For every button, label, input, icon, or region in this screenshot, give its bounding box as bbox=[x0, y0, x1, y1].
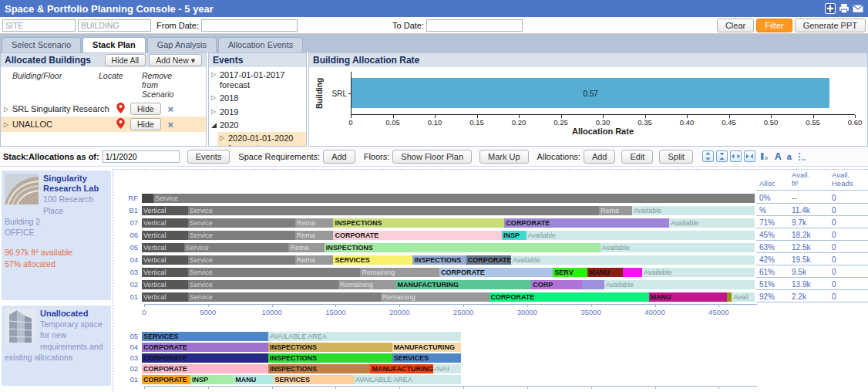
allocation-segment-vertical[interactable]: Vertical bbox=[142, 206, 188, 215]
event-item-2019[interactable]: ▷2019 bbox=[209, 106, 306, 119]
allocation-segment-inspections[interactable]: INSPECTIONS bbox=[412, 255, 466, 265]
expand-vertical-icon[interactable] bbox=[702, 150, 714, 162]
tab-stack-plan[interactable]: Stack Plan bbox=[82, 37, 146, 52]
generate-ppt-button[interactable]: Generate PPT bbox=[795, 19, 866, 32]
allocation-segment-rema[interactable]: Rema bbox=[288, 243, 324, 252]
remove-icon[interactable]: × bbox=[168, 103, 174, 115]
clear-button[interactable]: Clear bbox=[717, 19, 754, 32]
allocation-segment-service[interactable]: Service bbox=[188, 218, 295, 228]
add-new-button[interactable]: Add New ▾ bbox=[149, 54, 202, 66]
allocation-segment-rema[interactable]: Rema bbox=[599, 206, 632, 215]
allocation-segment-avai[interactable]: AVAI bbox=[433, 364, 461, 373]
allocations-split-button[interactable]: Split bbox=[659, 150, 692, 164]
hide-button[interactable]: Hide bbox=[130, 103, 161, 115]
building-name[interactable]: UNALLOC bbox=[12, 120, 110, 129]
event-item-2018[interactable]: ▷2018 bbox=[209, 92, 306, 105]
allocation-segment-manu[interactable]: MANU bbox=[587, 268, 623, 277]
allocation-segment[interactable] bbox=[582, 280, 604, 289]
allocation-segment-corporate[interactable]: CORPORATE bbox=[142, 375, 190, 384]
allocation-segment-rema[interactable]: Rema bbox=[295, 231, 334, 240]
allocation-segment[interactable] bbox=[623, 268, 642, 277]
add-window-icon[interactable] bbox=[825, 3, 836, 14]
locate-pin-icon[interactable] bbox=[110, 118, 130, 130]
allocation-segment-manufacturing[interactable]: MANUFACTURING bbox=[370, 364, 432, 373]
allocation-segment-available[interactable]: Available bbox=[601, 243, 755, 252]
filter-button[interactable]: Filter bbox=[756, 19, 792, 32]
allocation-segment-available[interactable]: Available bbox=[669, 218, 755, 228]
allocation-segment-rema[interactable]: Rema bbox=[295, 255, 334, 265]
allocation-segment-inspections[interactable]: INSPECTIONS bbox=[268, 353, 392, 363]
allocation-segment-vertical[interactable]: Vertical bbox=[142, 292, 188, 302]
allocation-segment-corporate[interactable]: CORPORATE bbox=[466, 255, 511, 265]
allocation-segment-vertical[interactable]: Vertical bbox=[142, 280, 188, 289]
expand-icon[interactable]: ▷ bbox=[211, 93, 220, 103]
font-increase-icon[interactable]: A bbox=[773, 150, 783, 162]
print-icon[interactable] bbox=[839, 3, 849, 14]
event-item-2017-01-01-2017-forecast[interactable]: ▷2017-01-01-2017 forecast bbox=[209, 69, 306, 92]
to-date-input[interactable] bbox=[426, 19, 523, 32]
collapse-vertical-icon[interactable] bbox=[716, 150, 728, 162]
allocation-segment-remaining[interactable]: Remaining bbox=[381, 292, 490, 302]
building-card-unallocated[interactable]: Unallocated Temporary space for new requ… bbox=[2, 306, 111, 386]
allocation-rate-bar[interactable]: 0.57 bbox=[352, 78, 829, 108]
building-name[interactable]: SRL Singularity Research Lab bbox=[12, 104, 110, 113]
tab-select-scenario[interactable]: Select Scenario bbox=[2, 37, 81, 52]
allocation-segment-available[interactable]: Available bbox=[632, 206, 755, 215]
stack-style-icon[interactable] bbox=[758, 150, 771, 162]
building-input[interactable] bbox=[78, 19, 151, 32]
allocations-edit-button[interactable]: Edit bbox=[621, 150, 653, 164]
allocation-segment-corporate[interactable]: CORPORATE bbox=[439, 268, 553, 277]
allocation-segment-vertical[interactable]: Vertical bbox=[142, 268, 188, 277]
allocation-segment-available-area[interactable]: AVAILABLE AREA bbox=[354, 375, 461, 384]
allocation-segment-manufacturing[interactable]: MANUFACTURING bbox=[396, 280, 532, 289]
tab-gap-analysis[interactable]: Gap Analysis bbox=[147, 37, 217, 52]
allocation-segment-service[interactable]: Service bbox=[188, 280, 338, 289]
allocation-segment-inspections[interactable]: INSPECTIONS bbox=[268, 364, 370, 373]
allocation-segment-available[interactable]: Available bbox=[642, 268, 755, 277]
event-item-2020-01-01-2020-forecast[interactable]: ▷2020-01-01-2020 forecast bbox=[217, 132, 306, 147]
allocation-segment-insp[interactable]: INSP bbox=[190, 375, 234, 384]
allocation-segment[interactable] bbox=[142, 194, 153, 203]
allocation-segment-corporate[interactable]: CORPORATE bbox=[142, 343, 268, 352]
allocation-segment-corporate[interactable]: CORPORATE bbox=[504, 218, 669, 228]
allocation-segment-inspections[interactable]: INSPECTIONS bbox=[325, 243, 601, 252]
tab-allocation-events[interactable]: Allocation Events bbox=[218, 37, 303, 52]
expand-icon[interactable]: ▷ bbox=[4, 106, 12, 113]
space-requirements-add-button[interactable]: Add bbox=[323, 150, 355, 164]
allocation-segment-rema[interactable]: Rema bbox=[295, 218, 334, 228]
allocations-add-button[interactable]: Add bbox=[584, 150, 616, 164]
allocation-segment-services[interactable]: SERVICES bbox=[274, 375, 354, 384]
allocation-segment-manu[interactable]: MANU bbox=[234, 375, 273, 384]
allocation-segment-vertical[interactable]: Vertical bbox=[142, 231, 188, 240]
mail-icon[interactable] bbox=[853, 3, 863, 14]
show-floor-plan-button[interactable]: Show Floor Plan bbox=[392, 150, 472, 164]
allocation-segment-serv[interactable]: SERV bbox=[553, 268, 587, 277]
allocation-segment-available[interactable]: Available bbox=[604, 280, 755, 289]
allocation-segment-corporate[interactable]: CORPORATE bbox=[142, 353, 268, 363]
allocation-segment-inspections[interactable]: INSPECTIONS bbox=[268, 343, 392, 352]
allocation-segment-service[interactable]: Service bbox=[188, 268, 361, 277]
expand-icon[interactable]: ▷ bbox=[4, 121, 12, 128]
allocation-segment-service[interactable]: Service bbox=[188, 231, 295, 240]
mark-up-button[interactable]: Mark Up bbox=[479, 150, 529, 164]
allocation-segment-vertical[interactable]: Vertical bbox=[142, 243, 184, 252]
building-card-srl[interactable]: Singularity Research Lab 100 Research Pl… bbox=[2, 171, 111, 300]
allocation-segment-manufacturing[interactable]: MANUFACTURING bbox=[392, 343, 461, 352]
site-input[interactable] bbox=[2, 19, 76, 32]
allocation-segment-corporate[interactable]: CORPORATE bbox=[142, 364, 268, 373]
allocation-segment-insp[interactable]: INSP bbox=[502, 231, 526, 240]
collapse-icon[interactable]: ◢ bbox=[211, 120, 220, 130]
allocation-segment-remaining[interactable]: Remaining bbox=[338, 280, 396, 289]
events-button[interactable]: Events bbox=[187, 150, 230, 164]
expand-icon[interactable]: ▷ bbox=[211, 107, 220, 117]
more-options-icon[interactable] bbox=[796, 150, 809, 162]
allocation-segment-service[interactable]: Service bbox=[188, 292, 381, 302]
allocation-segment-vertical[interactable]: Vertical bbox=[142, 255, 188, 265]
allocation-segment-services[interactable]: SERVICES bbox=[142, 332, 268, 341]
allocation-segment-service[interactable]: Service bbox=[153, 194, 755, 203]
remove-icon[interactable]: × bbox=[168, 119, 174, 130]
expand-icon[interactable]: ▷ bbox=[211, 70, 220, 90]
allocation-segment-manu[interactable]: MANU bbox=[649, 292, 727, 302]
allocation-segment-service[interactable]: Service bbox=[188, 255, 295, 265]
allocation-segment-inspections[interactable]: INSPECTIONS bbox=[333, 218, 504, 228]
